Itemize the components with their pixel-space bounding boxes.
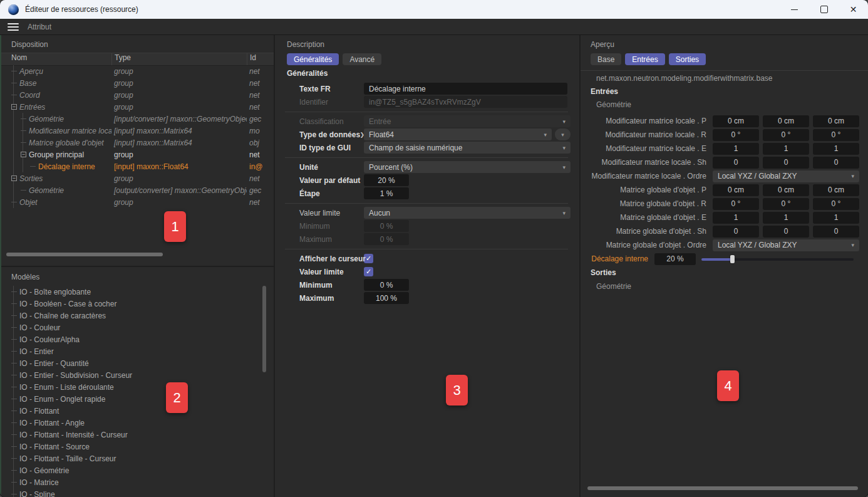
close-button[interactable]: ✕ bbox=[839, 0, 868, 19]
collapse-icon[interactable]: − bbox=[11, 104, 17, 110]
list-item[interactable]: IO - Couleur bbox=[0, 322, 265, 333]
vector-input[interactable]: 0 bbox=[763, 157, 809, 169]
table-row[interactable]: −Groupe principalgroupnet bbox=[0, 149, 274, 160]
list-item[interactable]: IO - Flottant - Taille - Curseur bbox=[0, 453, 265, 464]
list-item[interactable]: IO - Enum - Liste déroulante bbox=[0, 381, 265, 393]
list-item[interactable]: IO - Booléen - Case à cocher bbox=[0, 298, 265, 310]
vector-input[interactable]: 0 cm bbox=[763, 184, 809, 196]
dropdown[interactable]: Champ de saisie numérique▾ bbox=[364, 142, 571, 154]
table-row[interactable]: Coordgroupnet bbox=[0, 89, 274, 101]
vector-input[interactable]: 0 cm bbox=[713, 184, 759, 196]
list-item[interactable]: IO - Entier bbox=[0, 345, 265, 357]
table-row[interactable]: Modificateur matrice locale[input] maxon… bbox=[0, 125, 274, 137]
table-row[interactable]: −Entréesgroupnet bbox=[0, 101, 274, 113]
models-vertical-scrollbar[interactable] bbox=[262, 286, 266, 372]
table-row[interactable]: Aperçugroupnet bbox=[0, 65, 274, 77]
list-item[interactable]: IO - Flottant - Source bbox=[0, 441, 265, 453]
vector-input[interactable]: 0 cm bbox=[813, 184, 859, 196]
vector-input[interactable]: 0 bbox=[713, 157, 759, 169]
collapse-icon[interactable]: − bbox=[21, 152, 26, 157]
tab-generalites[interactable]: Généralités bbox=[287, 53, 339, 65]
menu-item-attribut[interactable]: Attribut bbox=[28, 23, 51, 31]
dropdown[interactable]: Pourcent (%)▾ bbox=[364, 161, 571, 173]
list-item[interactable]: IO - Matrice bbox=[0, 476, 265, 488]
list-item[interactable]: IO - Enum - Onglet rapide bbox=[0, 393, 265, 405]
table-row[interactable]: Basegroupnet bbox=[0, 77, 274, 89]
tree-tick-icon bbox=[11, 71, 17, 71]
vector-input[interactable]: 1 bbox=[813, 212, 859, 224]
property-label: Modificateur matrice locale . R bbox=[591, 130, 706, 139]
list-item[interactable]: IO - Spline bbox=[0, 488, 265, 497]
vector-input[interactable]: 0 bbox=[813, 226, 859, 238]
vector-input[interactable]: 1 bbox=[713, 212, 759, 224]
apercu-horizontal-scrollbar[interactable] bbox=[587, 486, 858, 490]
vector-input[interactable]: 0 ° bbox=[813, 198, 859, 210]
list-item[interactable]: IO - Entier - Quantité bbox=[0, 357, 265, 369]
vector-input[interactable]: 0 ° bbox=[713, 129, 759, 141]
vector-input[interactable]: 0 ° bbox=[763, 129, 809, 141]
list-item[interactable]: IO - Flottant - Angle bbox=[0, 417, 265, 429]
table-row[interactable]: Objetgroupnet bbox=[0, 196, 274, 208]
slider[interactable] bbox=[701, 255, 854, 263]
geometrie-input-label: Géométrie bbox=[596, 100, 631, 109]
slider-handle[interactable] bbox=[730, 255, 735, 263]
number-input[interactable]: 1 % bbox=[364, 187, 409, 199]
number-input[interactable]: 0 % bbox=[364, 279, 409, 291]
tab-sorties[interactable]: Sorties bbox=[669, 53, 706, 65]
list-item[interactable]: IO - Flottant bbox=[0, 405, 265, 417]
vector-input[interactable]: 1 bbox=[763, 143, 809, 155]
table-row[interactable]: Décalage interne[input] maxon::Float64in… bbox=[0, 160, 274, 172]
maximize-button[interactable] bbox=[809, 0, 839, 19]
table-row[interactable]: −Sortiesgroupnet bbox=[0, 172, 274, 184]
tab-base[interactable]: Base bbox=[591, 53, 621, 65]
list-item[interactable]: IO - Boîte englobante bbox=[0, 286, 265, 298]
vector-input[interactable]: 0 ° bbox=[763, 198, 809, 210]
text-input[interactable]: Décalage interne bbox=[364, 83, 567, 95]
column-nom[interactable]: Nom bbox=[0, 53, 111, 65]
column-type[interactable]: Type bbox=[111, 53, 247, 65]
table-row[interactable]: Géométrie[output/converter] maxon::Geome… bbox=[0, 184, 274, 196]
list-item[interactable]: IO - Chaîne de caractères bbox=[0, 310, 265, 322]
number-input[interactable]: 100 % bbox=[364, 292, 409, 304]
separator bbox=[275, 108, 574, 115]
vector-input[interactable]: 0 cm bbox=[813, 115, 859, 127]
tab-entrees[interactable]: Entrées bbox=[625, 53, 664, 65]
disposition-horizontal-scrollbar[interactable] bbox=[6, 253, 163, 256]
row-id: in@ bbox=[247, 162, 274, 171]
collapse-icon[interactable]: − bbox=[11, 175, 17, 181]
vector-input[interactable]: 0 bbox=[813, 157, 859, 169]
table-row[interactable]: Géométrie[input/converter] maxon::Geomet… bbox=[0, 113, 274, 125]
list-item[interactable]: IO - Géométrie bbox=[0, 464, 265, 476]
table-row[interactable]: Matrice globale d'objet[input] maxon::Ma… bbox=[0, 137, 274, 149]
tree-tick-icon bbox=[11, 411, 17, 411]
field-value: 1 bbox=[834, 144, 839, 153]
number-input[interactable]: 20 % bbox=[364, 174, 409, 186]
hamburger-menu-button[interactable] bbox=[8, 23, 19, 31]
dropdown[interactable]: Float64▾ bbox=[364, 128, 552, 140]
minimize-button[interactable] bbox=[780, 0, 809, 19]
vector-input[interactable]: 1 bbox=[763, 212, 809, 224]
vector-input[interactable]: 0 ° bbox=[713, 198, 759, 210]
dropdown[interactable]: Aucun▾ bbox=[364, 207, 571, 219]
vector-input[interactable]: 0 bbox=[763, 226, 809, 238]
vector-input[interactable]: 0 cm bbox=[763, 115, 809, 127]
tab-avance[interactable]: Avancé bbox=[343, 53, 381, 65]
vector-input[interactable]: 0 cm bbox=[713, 115, 759, 127]
vector-input[interactable]: 1 bbox=[713, 143, 759, 155]
list-item[interactable]: IO - Entier - Subdivision - Curseur bbox=[0, 369, 265, 381]
row-id: net bbox=[247, 150, 274, 159]
column-id[interactable]: Id bbox=[247, 53, 274, 65]
vector-input[interactable]: 1 bbox=[813, 143, 859, 155]
datatype-menu-button[interactable]: ▾ bbox=[555, 128, 571, 140]
number-input[interactable]: 20 % bbox=[654, 253, 696, 265]
property-row: Matrice globale d'objet . R0 °0 °0 ° bbox=[581, 197, 863, 211]
field-value: 20 % bbox=[378, 176, 395, 185]
checkbox[interactable]: ✓ bbox=[364, 267, 373, 276]
dropdown[interactable]: Local YXZ / Global ZXY▾ bbox=[713, 170, 859, 182]
vector-input[interactable]: 0 ° bbox=[813, 129, 859, 141]
list-item[interactable]: IO - Flottant - Intensité - Curseur bbox=[0, 429, 265, 441]
vector-input[interactable]: 0 bbox=[713, 226, 759, 238]
resource-editor-window: Éditeur de ressources (ressource) ✕ Attr… bbox=[0, 0, 868, 497]
dropdown[interactable]: Local YXZ / Global ZXY▾ bbox=[713, 239, 859, 251]
list-item[interactable]: IO - CouleurAlpha bbox=[0, 333, 265, 345]
